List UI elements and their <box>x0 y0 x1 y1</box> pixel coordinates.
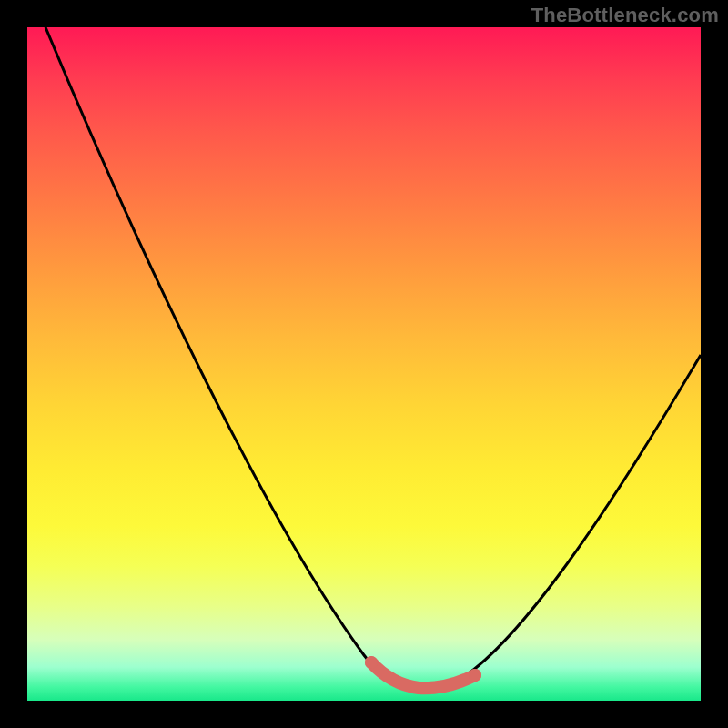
optimal-band <box>371 662 475 688</box>
plot-area <box>27 27 701 701</box>
chart-frame: TheBottleneck.com <box>0 0 728 728</box>
bottleneck-curve <box>46 27 701 690</box>
curve-layer <box>27 27 701 701</box>
optimal-band-dot-left <box>365 656 378 669</box>
watermark-text: TheBottleneck.com <box>531 4 719 27</box>
optimal-band-dot-right <box>469 669 481 682</box>
